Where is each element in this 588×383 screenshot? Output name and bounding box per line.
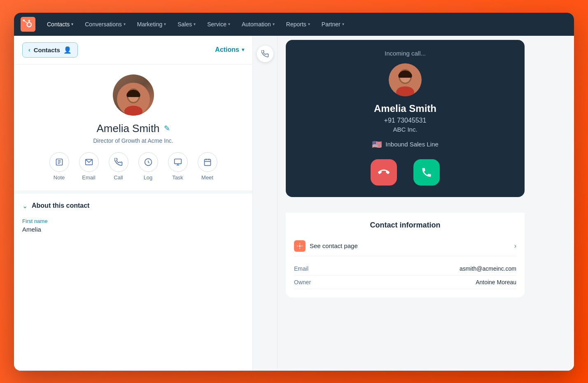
sales-line-label: Inbound Sales Line	[385, 141, 438, 148]
call-actions	[371, 159, 440, 186]
log-label: Log	[144, 174, 153, 181]
task-action: Task	[168, 152, 188, 181]
hubspot-logo[interactable]	[21, 17, 35, 32]
nav-service[interactable]: Service ▾	[202, 18, 235, 31]
svg-rect-9	[204, 159, 210, 165]
incoming-call-label: Incoming call...	[385, 50, 426, 57]
main-content: ‹ Contacts 👤 Actions ▾	[14, 36, 574, 371]
caller-company: ABC Inc.	[393, 126, 417, 133]
contact-name-row: Amelia Smith ✎	[96, 122, 170, 135]
owner-value: Antoine Moreau	[476, 279, 516, 286]
actions-chevron-icon: ▾	[242, 47, 244, 53]
about-chevron-icon[interactable]: ⌄	[22, 202, 28, 210]
task-button[interactable]	[168, 152, 188, 172]
nav-marketing-chevron: ▾	[164, 22, 166, 26]
contact-info-title: Contact information	[294, 221, 516, 230]
call-button[interactable]	[109, 152, 128, 172]
call-action: Call	[109, 152, 128, 181]
decline-button[interactable]	[371, 159, 397, 186]
contact-title: Director of Growth at Acme Inc.	[93, 137, 173, 144]
right-panel: Incoming call... Amelia Smith +91 730455…	[278, 36, 574, 371]
about-header: ⌄ About this contact	[22, 202, 244, 210]
nav-conversations[interactable]: Conversations ▾	[80, 18, 131, 31]
person-icon: 👤	[63, 46, 72, 54]
task-label: Task	[172, 174, 183, 181]
nav-conversations-chevron: ▾	[124, 22, 126, 26]
svg-rect-8	[174, 159, 181, 164]
nav-contacts-chevron: ▾	[71, 22, 73, 26]
email-action: Email	[79, 152, 99, 181]
nav-partner-chevron: ▾	[342, 22, 344, 26]
nav-sales-chevron: ▾	[194, 22, 196, 26]
email-button[interactable]	[79, 152, 99, 172]
action-buttons: Note Email Call	[49, 152, 217, 181]
nav-reports-chevron: ▾	[308, 22, 310, 26]
nav-marketing[interactable]: Marketing ▾	[132, 18, 171, 31]
note-label: Note	[54, 174, 65, 181]
nav-service-chevron: ▾	[228, 22, 230, 26]
nav-partner[interactable]: Partner ▾	[317, 18, 349, 31]
email-value: asmith@acmeinc.com	[460, 265, 516, 272]
contact-card: Amelia Smith ✎ Director of Growth at Acm…	[14, 65, 252, 194]
about-title: About this contact	[32, 202, 89, 209]
see-contact-row[interactable]: See contact page ›	[294, 236, 516, 256]
left-panel: ‹ Contacts 👤 Actions ▾	[14, 36, 253, 371]
sales-line: 🇺🇸 Inbound Sales Line	[372, 139, 438, 149]
actions-button[interactable]: Actions ▾	[215, 46, 244, 53]
call-label: Call	[114, 174, 123, 181]
edit-icon[interactable]: ✎	[164, 124, 170, 133]
email-label: Email	[82, 174, 96, 181]
about-section: ⌄ About this contact First name Amelia	[14, 194, 252, 247]
accept-button[interactable]	[413, 159, 440, 186]
us-flag-icon: 🇺🇸	[372, 139, 382, 149]
avatar-image	[113, 74, 154, 116]
nav-automation-chevron: ▾	[273, 22, 275, 26]
log-button[interactable]	[138, 152, 158, 172]
first-name-value: Amelia	[22, 226, 244, 233]
email-key: Email	[294, 265, 308, 272]
email-info-row: Email asmith@acmeinc.com	[294, 262, 516, 276]
back-contacts-label: Contacts	[34, 46, 60, 53]
owner-info-row: Owner Antoine Moreau	[294, 276, 516, 289]
panel-header: ‹ Contacts 👤 Actions ▾	[14, 36, 252, 65]
nav-automation[interactable]: Automation ▾	[237, 18, 280, 31]
contact-info-card: Contact information See contact page › E…	[286, 213, 525, 297]
nav-sales[interactable]: Sales ▾	[173, 18, 201, 31]
actions-label: Actions	[215, 46, 239, 53]
caller-phone: +91 73045531	[384, 117, 427, 124]
note-action: Note	[49, 152, 69, 181]
avatar	[113, 74, 154, 116]
meet-action: Meet	[198, 152, 217, 181]
contact-name: Amelia Smith	[96, 122, 159, 135]
caller-name: Amelia Smith	[374, 103, 436, 114]
svg-point-14	[299, 245, 301, 247]
see-contact-label: See contact page	[310, 242, 510, 249]
hubspot-logo-small	[294, 240, 306, 252]
back-contacts-button[interactable]: ‹ Contacts 👤	[22, 42, 78, 58]
meet-label: Meet	[201, 174, 213, 181]
meet-button[interactable]	[198, 152, 217, 172]
owner-key: Owner	[294, 279, 311, 286]
incoming-call-card: Incoming call... Amelia Smith +91 730455…	[286, 40, 525, 197]
see-contact-chevron-icon: ›	[514, 242, 516, 250]
caller-avatar	[389, 63, 422, 96]
phone-fab-button[interactable]	[257, 46, 273, 62]
log-action: Log	[138, 152, 158, 181]
first-name-label: First name	[22, 218, 244, 224]
note-button[interactable]	[49, 152, 69, 172]
nav-contacts[interactable]: Contacts ▾	[42, 18, 78, 31]
nav-reports[interactable]: Reports ▾	[281, 18, 315, 31]
middle-strip	[253, 36, 278, 371]
back-arrow-icon: ‹	[28, 46, 30, 53]
svg-rect-0	[21, 17, 35, 32]
first-name-field: First name Amelia	[22, 218, 244, 233]
navbar: Contacts ▾ Conversations ▾ Marketing ▾ S…	[14, 13, 574, 36]
